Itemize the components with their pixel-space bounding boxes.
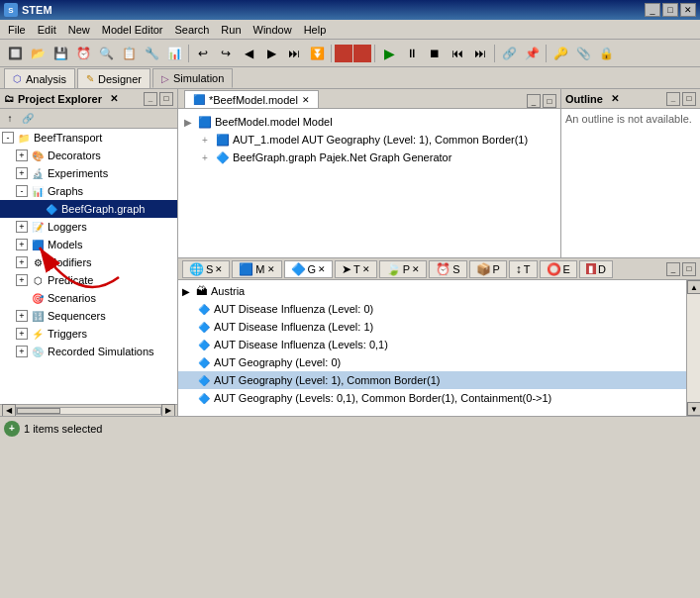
austria-header-row[interactable]: ▶ 🏔 Austria	[178, 282, 686, 300]
tree-item-predicate[interactable]: + ⬡ Predicate	[0, 271, 177, 289]
model-beefgraph-editor[interactable]: + 🔷 BeefGraph.graph Pajek.Net Graph Gene…	[182, 149, 556, 166]
toolbar-chart2[interactable]	[353, 45, 371, 62]
menu-edit[interactable]: Edit	[32, 22, 62, 38]
expander-sequencers[interactable]: +	[16, 310, 28, 322]
toolbar-prev[interactable]: ⏮	[447, 43, 468, 64]
menu-new[interactable]: New	[62, 22, 96, 38]
toolbar-btn10[interactable]: ⏭	[283, 43, 305, 64]
expander-predicate[interactable]: +	[16, 274, 28, 286]
bottom-scroll-up[interactable]: ▲	[687, 280, 700, 294]
expander-models[interactable]: +	[16, 239, 28, 250]
scroll-left-btn[interactable]: ◀	[2, 404, 16, 417]
tree-item-triggers[interactable]: + ⚡ Triggers	[0, 325, 177, 343]
bottom-item-3[interactable]: 🔷 AUT Geography (Level: 0)	[178, 353, 686, 371]
toolbar-btn7[interactable]: ↪	[215, 43, 237, 64]
bottom-tab-t1[interactable]: ➤ T ✕	[335, 260, 377, 278]
bottom-tab-close-t1[interactable]: ✕	[362, 264, 370, 274]
toolbar-btn2[interactable]: 🔍	[95, 43, 117, 64]
toolbar-btn9[interactable]: ▶	[260, 43, 282, 64]
menu-file[interactable]: File	[2, 22, 32, 38]
tree-item-experiments[interactable]: + 🔬 Experiments	[0, 164, 177, 182]
bottom-item-5[interactable]: 🔷 AUT Geography (Levels: 0,1), Common Bo…	[178, 389, 686, 407]
bottom-item-1[interactable]: 🔷 AUT Disease Influenza (Level: 1)	[178, 318, 686, 336]
outline-minimize[interactable]: _	[666, 92, 680, 106]
panel-maximize[interactable]: □	[159, 92, 173, 106]
bottom-tab-e[interactable]: ⭕ E	[540, 260, 577, 278]
minimize-button[interactable]: _	[645, 3, 660, 17]
bottom-tab-t2[interactable]: ↕ T	[509, 260, 538, 278]
editor-minimize[interactable]: _	[527, 94, 541, 108]
toolbar-save[interactable]: 💾	[50, 43, 71, 64]
toolbar-stop[interactable]: ⏹	[424, 43, 446, 64]
close-icon[interactable]: ✕	[110, 93, 118, 104]
tab-analysis[interactable]: ⬡ Analysis	[4, 68, 75, 88]
tree-item-loggers[interactable]: + 📝 Loggers	[0, 218, 177, 236]
bottom-tab-d[interactable]: ▮ D	[579, 260, 613, 278]
bottom-maximize[interactable]: □	[682, 262, 696, 276]
panel-horizontal-scrollbar[interactable]: ◀ ▶	[0, 404, 177, 416]
toolbar-chart1[interactable]	[335, 45, 352, 62]
expander-beeftransport[interactable]: -	[2, 132, 14, 144]
tree-item-modifiers[interactable]: + ⚙ Modifiers	[0, 253, 177, 271]
bottom-tab-s1[interactable]: 🌐 S ✕	[182, 260, 230, 278]
toolbar-new[interactable]: 🔲	[4, 43, 26, 64]
tab-simulation[interactable]: ▷ Simulation	[152, 68, 233, 88]
bottom-item-2[interactable]: 🔷 AUT Disease Influenza (Levels: 0,1)	[178, 336, 686, 353]
bottom-tab-close-p1[interactable]: ✕	[412, 264, 420, 274]
tree-item-decorators[interactable]: + 🎨 Decorators	[0, 147, 177, 164]
tree-item-graphs[interactable]: - 📊 Graphs	[0, 182, 177, 200]
scroll-right-btn[interactable]: ▶	[161, 404, 175, 417]
expander-recorded[interactable]: +	[16, 346, 28, 357]
editor-tab-beefmodel[interactable]: 🟦 *BeefModel.model ✕	[184, 90, 319, 108]
toolbar-btn1[interactable]: ⏰	[72, 43, 94, 64]
maximize-button[interactable]: □	[662, 3, 678, 17]
tab-designer[interactable]: ✎ Designer	[77, 68, 150, 88]
pe-link[interactable]: 🔗	[20, 111, 36, 127]
outline-close-icon[interactable]: ✕	[611, 93, 619, 104]
bottom-tab-close-m[interactable]: ✕	[267, 264, 275, 274]
menu-run[interactable]: Run	[215, 22, 247, 38]
bottom-tab-g[interactable]: 🔷 G ✕	[284, 260, 334, 278]
tree-item-beeftransport[interactable]: - 📁 BeefTransport	[0, 129, 177, 147]
expander-modifiers[interactable]: +	[16, 256, 28, 268]
bottom-tab-s2[interactable]: ⏰ S	[429, 260, 466, 278]
panel-minimize[interactable]: _	[144, 92, 157, 106]
tree-item-sequencers[interactable]: + 🔢 Sequencers	[0, 307, 177, 325]
scroll-thumb[interactable]	[17, 408, 60, 414]
toolbar-btn8[interactable]: ◀	[238, 43, 259, 64]
model-aut1[interactable]: + 🟦 AUT_1.model AUT Geography (Level: 1)…	[182, 131, 556, 149]
toolbar-btn3[interactable]: 📋	[118, 43, 140, 64]
bottom-item-0[interactable]: 🔷 AUT Disease Influenza (Level: 0)	[178, 300, 686, 318]
pe-collapse-all[interactable]: ↑	[2, 111, 18, 127]
bottom-tab-close-g[interactable]: ✕	[318, 264, 326, 274]
toolbar-btn15[interactable]: 📎	[572, 43, 594, 64]
toolbar-btn14[interactable]: 🔑	[550, 43, 571, 64]
outline-maximize[interactable]: □	[682, 92, 696, 106]
toolbar-open[interactable]: 📂	[27, 43, 49, 64]
tree-item-recorded-simulations[interactable]: + 💿 Recorded Simulations	[0, 343, 177, 360]
toolbar-run[interactable]: ▶	[378, 43, 400, 64]
menu-search[interactable]: Search	[168, 22, 215, 38]
toolbar-btn6[interactable]: ↩	[192, 43, 214, 64]
bottom-tab-close-s1[interactable]: ✕	[215, 264, 223, 274]
editor-maximize[interactable]: □	[543, 94, 556, 108]
tree-item-models[interactable]: + 🟦 Models	[0, 236, 177, 253]
expander-triggers[interactable]: +	[16, 328, 28, 340]
bottom-scroll-down[interactable]: ▼	[687, 402, 700, 416]
expander-experiments[interactable]: +	[16, 167, 28, 179]
toolbar-btn4[interactable]: 🔧	[141, 43, 162, 64]
editor-tab-close[interactable]: ✕	[302, 95, 310, 105]
toolbar-btn5[interactable]: 📊	[163, 43, 185, 64]
expander-loggers[interactable]: +	[16, 221, 28, 233]
toolbar-btn12[interactable]: 🔗	[498, 43, 520, 64]
expander-graphs[interactable]: -	[16, 185, 28, 197]
toolbar-btn11[interactable]: ⏬	[306, 43, 328, 64]
tree-item-beefgraph[interactable]: 🔷 BeefGraph.graph	[0, 200, 177, 218]
tree-item-scenarios[interactable]: 🎯 Scenarios	[0, 289, 177, 307]
model-root[interactable]: ▶ 🟦 BeefModel.model Model	[182, 113, 556, 131]
menu-help[interactable]: Help	[298, 22, 333, 38]
bottom-minimize[interactable]: _	[666, 262, 680, 276]
toolbar-pause[interactable]: ⏸	[401, 43, 423, 64]
close-button[interactable]: ✕	[680, 3, 696, 17]
bottom-tab-p1[interactable]: 🍃 P ✕	[379, 260, 427, 278]
